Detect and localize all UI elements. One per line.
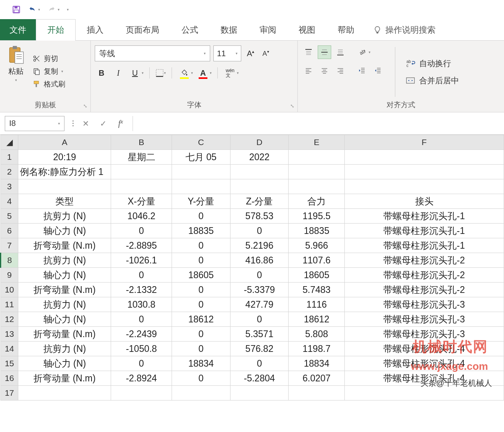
insert-function-button[interactable]: fx (112, 119, 129, 128)
cell[interactable]: 18605 (289, 268, 345, 283)
row-header[interactable]: 16 (1, 371, 18, 386)
orientation-button[interactable]: ab ▾ (355, 45, 371, 59)
cell[interactable]: 18835 (172, 224, 231, 238)
cell[interactable]: 抗剪力 (N) (18, 297, 111, 312)
cell[interactable]: 2022 (230, 150, 289, 165)
cell[interactable]: 带螺母柱形沉头孔-2 (345, 268, 504, 283)
font-size-selector[interactable]: 11 ▾ (213, 45, 241, 61)
cell[interactable]: 轴心力 (N) (18, 268, 111, 283)
cell[interactable]: 1046.2 (111, 209, 172, 224)
cell[interactable]: Y-分量 (172, 194, 231, 209)
cell[interactable] (230, 165, 289, 179)
cell[interactable]: 0 (172, 238, 231, 253)
cell[interactable]: -2.2439 (111, 327, 172, 342)
select-all-button[interactable]: ◢ (1, 135, 18, 150)
align-middle-button[interactable] (318, 45, 331, 59)
cell[interactable]: -1026.1 (111, 253, 172, 268)
formula-bar-handle[interactable] (69, 120, 77, 126)
cell[interactable] (345, 386, 504, 401)
increase-indent-button[interactable] (371, 64, 385, 77)
cell[interactable]: 轴心力 (N) (18, 224, 111, 238)
paste-dropdown-icon[interactable]: ▾ (15, 78, 17, 82)
tab-review[interactable]: 审阅 (248, 19, 287, 40)
cell[interactable]: 578.53 (230, 209, 289, 224)
font-launcher-icon[interactable]: ⤡ (290, 103, 294, 109)
cell[interactable]: 18612 (289, 312, 345, 327)
cell[interactable]: -1050.8 (111, 342, 172, 356)
cell[interactable]: 18605 (172, 268, 231, 283)
row-header[interactable]: 5 (1, 209, 18, 224)
row-header[interactable]: 10 (1, 283, 18, 297)
cell[interactable]: 折弯动量 (N.m) (18, 238, 111, 253)
cell[interactable] (111, 386, 172, 401)
undo-button[interactable]: ▾ (28, 6, 40, 14)
merge-center-button[interactable]: 合并后居中 (406, 75, 459, 86)
tell-me-search[interactable]: 操作说明搜索 (365, 19, 443, 40)
cell[interactable]: 1030.8 (111, 297, 172, 312)
row-header[interactable]: 4 (1, 194, 18, 209)
tab-data[interactable]: 数据 (209, 19, 248, 40)
tab-help[interactable]: 帮助 (326, 19, 365, 40)
cell[interactable] (289, 179, 345, 194)
cell[interactable]: 带螺母柱形沉头孔-4 (345, 356, 504, 371)
row-header[interactable]: 15 (1, 356, 18, 371)
increase-font-button[interactable]: A▴ (244, 49, 257, 58)
row-header[interactable]: 2 (1, 165, 18, 179)
column-header[interactable]: D (230, 135, 289, 150)
cell[interactable]: 5.2196 (230, 238, 289, 253)
cell[interactable]: 合力 (289, 194, 345, 209)
cell[interactable]: 类型 (18, 194, 111, 209)
cell[interactable]: 0 (172, 371, 231, 386)
column-header[interactable]: E (289, 135, 345, 150)
column-header[interactable]: C (172, 135, 231, 150)
cell[interactable]: 带螺母柱形沉头孔-3 (345, 327, 504, 342)
copy-button[interactable]: 复制 ▾ (33, 67, 65, 76)
cell[interactable]: 0 (172, 253, 231, 268)
decrease-indent-button[interactable] (355, 64, 369, 77)
cell[interactable]: 1107.6 (289, 253, 345, 268)
bold-button[interactable]: B (95, 66, 108, 80)
cell[interactable]: 折弯动量 (N.m) (18, 283, 111, 297)
cell[interactable] (345, 150, 504, 165)
phonetic-button[interactable]: wén 文 ▾ (223, 66, 239, 80)
cell[interactable] (111, 179, 172, 194)
cell[interactable]: 例名称:静应力分析 1 (18, 165, 111, 179)
cell[interactable] (289, 386, 345, 401)
cell[interactable]: 带螺母柱形沉头孔-2 (345, 253, 504, 268)
cell[interactable] (289, 165, 345, 179)
tab-page-layout[interactable]: 页面布局 (115, 19, 170, 40)
cell[interactable]: 1198.7 (289, 342, 345, 356)
tab-view[interactable]: 视图 (287, 19, 326, 40)
align-left-button[interactable] (302, 64, 315, 77)
underline-dropdown-icon[interactable]: ▾ (142, 71, 144, 75)
row-header[interactable]: 17 (1, 386, 18, 401)
cell[interactable]: 带螺母柱形沉头孔-1 (345, 238, 504, 253)
cell[interactable]: 576.82 (230, 342, 289, 356)
name-box[interactable]: I8 ▾ (5, 116, 64, 131)
row-header[interactable]: 12 (1, 312, 18, 327)
cell[interactable]: 427.79 (230, 297, 289, 312)
cell[interactable]: 折弯动量 (N.m) (18, 371, 111, 386)
cell[interactable]: 5.7483 (289, 283, 345, 297)
cell[interactable]: 5.808 (289, 327, 345, 342)
cell[interactable]: 轴心力 (N) (18, 312, 111, 327)
tab-home[interactable]: 开始 (36, 19, 76, 40)
cell[interactable]: 折弯动量 (N.m) (18, 327, 111, 342)
cell[interactable]: 带螺母柱形沉头孔-1 (345, 224, 504, 238)
qat-customize-button[interactable]: ▾ (67, 8, 69, 12)
cell[interactable] (18, 386, 111, 401)
row-header[interactable]: 8 (1, 253, 18, 268)
tab-formulas[interactable]: 公式 (170, 19, 209, 40)
cell[interactable]: 带螺母柱形沉头孔-3 (345, 297, 504, 312)
cell[interactable]: 1116 (289, 297, 345, 312)
cell[interactable]: Z-分量 (230, 194, 289, 209)
cell[interactable]: 416.86 (230, 253, 289, 268)
row-header[interactable]: 11 (1, 297, 18, 312)
cell[interactable]: 0 (230, 224, 289, 238)
font-name-selector[interactable]: 等线 ▾ (95, 45, 210, 61)
redo-dropdown-icon[interactable]: ▾ (58, 8, 60, 12)
column-header[interactable]: B (111, 135, 172, 150)
align-right-button[interactable] (334, 64, 347, 77)
undo-dropdown-icon[interactable]: ▾ (38, 8, 40, 12)
borders-button[interactable]: ▾ (155, 69, 166, 77)
